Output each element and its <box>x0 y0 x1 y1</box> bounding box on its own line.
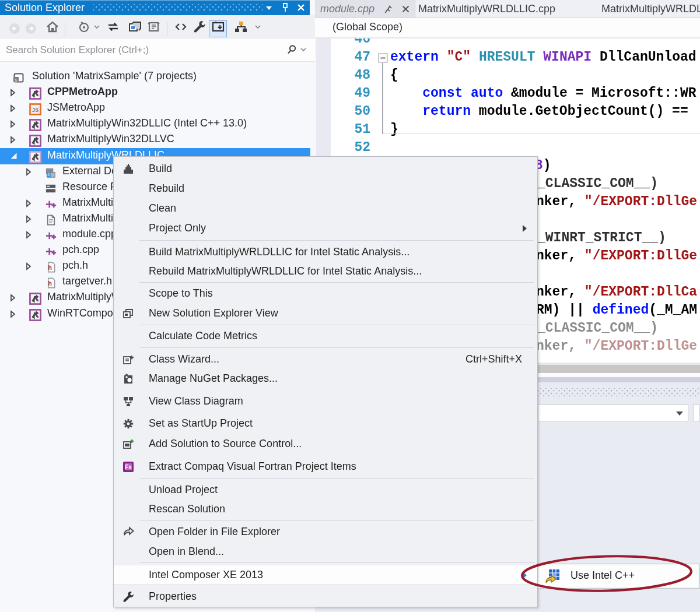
svg-text:S: S <box>15 78 18 82</box>
svg-text:JS: JS <box>32 107 39 113</box>
svg-text:h: h <box>48 280 51 287</box>
svg-text:Fx: Fx <box>125 464 132 470</box>
svg-text:h: h <box>48 264 51 271</box>
